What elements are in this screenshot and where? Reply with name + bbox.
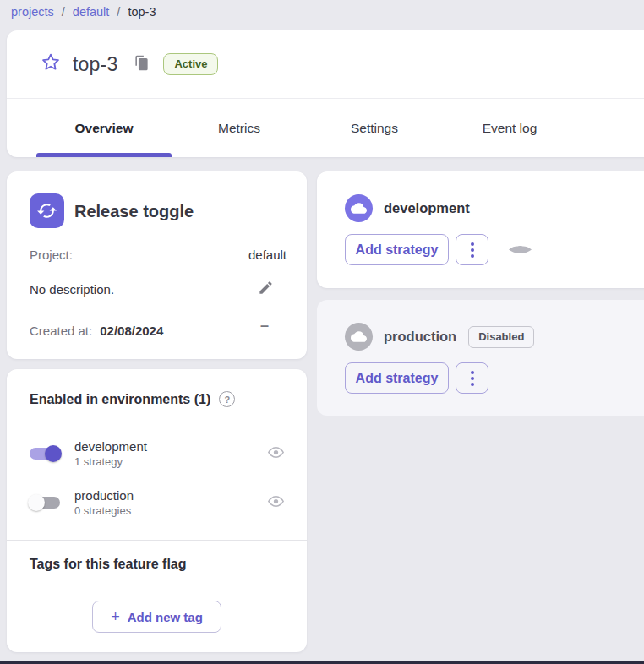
add-new-tag-button[interactable]: + Add new tag <box>92 601 221 633</box>
more-actions-button[interactable] <box>456 362 488 394</box>
help-button[interactable]: ? <box>219 391 235 407</box>
active-tab-indicator <box>36 153 172 157</box>
tab-event-log[interactable]: Event log <box>442 99 577 157</box>
flag-title-row: top-3 Active <box>7 30 644 99</box>
view-environment-button[interactable] <box>265 444 286 464</box>
add-strategy-button[interactable]: Add strategy <box>345 362 449 394</box>
pencil-icon <box>258 280 274 298</box>
project-row: Project: default <box>30 248 287 262</box>
description-text: No description. <box>30 282 114 297</box>
toggle-knob <box>45 445 62 462</box>
environment-name: development <box>74 439 147 454</box>
environments-title-row: Enabled in environments (1) ? <box>30 391 235 407</box>
toggle-development[interactable] <box>28 444 62 463</box>
add-strategy-button[interactable]: Add strategy <box>345 234 449 265</box>
created-row: Created at: 02/08/2024 <box>30 324 287 338</box>
environment-strategy-count: 0 strategies <box>74 504 134 517</box>
plus-icon: + <box>111 609 120 624</box>
more-actions-button[interactable] <box>456 234 488 265</box>
kebab-icon <box>471 371 474 386</box>
flag-details-card: Release toggle Project: default No descr… <box>7 171 307 359</box>
project-value: default <box>248 248 287 262</box>
environment-strategy-count: 1 strategy <box>74 455 147 468</box>
favorite-button[interactable] <box>39 52 63 76</box>
collapse-button[interactable]: – <box>256 317 273 334</box>
development-panel-header: development <box>345 194 470 222</box>
production-panel-header: production Disabled <box>345 323 534 351</box>
copy-name-button[interactable] <box>132 55 150 73</box>
production-strategy-panel: production Disabled Add strategy <box>317 300 644 416</box>
description-row: No description. <box>30 282 287 297</box>
environments-title: Enabled in environments (1) <box>30 392 210 407</box>
environments-card: Enabled in environments (1) ? developmen… <box>7 369 307 652</box>
environment-row-production: production 0 strategies <box>28 484 286 521</box>
environment-panel-name: development <box>384 200 470 216</box>
toggle-production[interactable] <box>28 493 62 512</box>
breadcrumb-separator: / <box>62 5 65 19</box>
gray-cloud-icon <box>508 245 532 254</box>
tab-overview[interactable]: Overview <box>36 99 172 157</box>
page-title: top-3 <box>73 53 117 76</box>
environment-name: production <box>74 488 134 503</box>
add-new-tag-label: Add new tag <box>128 610 203 624</box>
toggle-knob <box>28 494 45 511</box>
disabled-badge: Disabled <box>468 326 534 348</box>
tab-metrics[interactable]: Metrics <box>172 99 307 157</box>
breadcrumb: projects / default / top-3 <box>0 0 644 24</box>
production-panel-actions: Add strategy <box>345 362 488 394</box>
cloud-icon <box>345 323 373 351</box>
copy-icon <box>134 55 150 74</box>
tab-bar: Overview Metrics Settings Event log <box>36 99 577 157</box>
release-toggle-icon <box>30 193 64 228</box>
flag-header-card: top-3 Active Overview Metrics Settings E… <box>7 30 644 157</box>
star-icon <box>40 52 62 77</box>
development-strategy-panel: development Add strategy <box>317 171 644 288</box>
eye-icon <box>267 493 285 513</box>
cloud-icon <box>345 194 373 222</box>
kebab-icon <box>471 242 474 258</box>
tab-settings[interactable]: Settings <box>307 99 442 157</box>
flag-type-label: Release toggle <box>74 202 194 221</box>
created-label: Created at: <box>30 324 92 338</box>
environment-panel-name: production <box>384 329 456 345</box>
environment-row-development: development 1 strategy <box>28 435 286 472</box>
development-panel-actions: Add strategy <box>345 234 532 265</box>
help-icon: ? <box>224 395 230 405</box>
minus-icon: – <box>260 317 269 335</box>
breadcrumb-default[interactable]: default <box>73 5 110 19</box>
breadcrumb-separator: / <box>117 5 120 19</box>
view-environment-button[interactable] <box>265 493 286 513</box>
card-divider <box>7 540 307 541</box>
breadcrumb-projects[interactable]: projects <box>11 5 54 19</box>
breadcrumb-current: top-3 <box>128 5 156 19</box>
tags-title: Tags for this feature flag <box>30 557 187 572</box>
edit-description-button[interactable] <box>256 280 275 298</box>
status-badge: Active <box>163 53 218 75</box>
created-value: 02/08/2024 <box>100 324 163 338</box>
eye-icon <box>267 444 285 464</box>
project-label: Project: <box>30 248 73 262</box>
